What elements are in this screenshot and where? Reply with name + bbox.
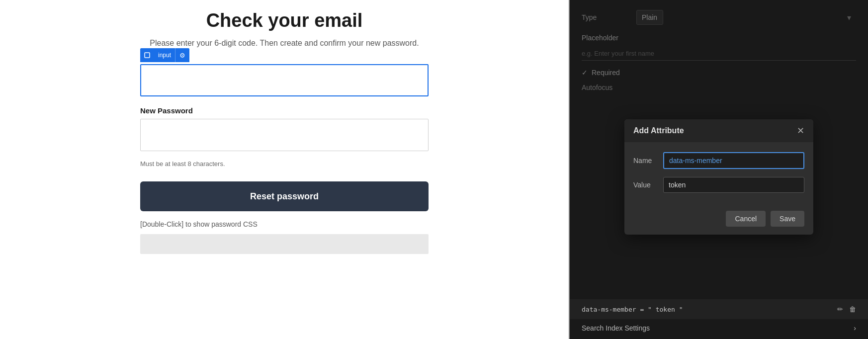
input-icon: [140, 48, 154, 62]
new-password-input[interactable]: [140, 119, 429, 151]
value-field-row: Value: [633, 177, 804, 193]
value-field-input[interactable]: [663, 177, 804, 193]
modal-overlay: Add Attribute ✕ Name Value Cancel Save: [570, 0, 868, 339]
settings-label: Search Index Settings: [582, 324, 650, 332]
modal-close-button[interactable]: ✕: [797, 126, 804, 135]
page-title: Check your email: [206, 10, 363, 31]
input-toolbar[interactable]: input ⚙: [140, 48, 189, 62]
attribute-row: data-ms-member = " token " ✏ 🗑: [570, 299, 868, 319]
code-input[interactable]: [140, 64, 429, 96]
settings-arrow-icon: ›: [854, 324, 856, 332]
code-input-wrapper: input ⚙: [140, 64, 429, 96]
modal-header: Add Attribute ✕: [624, 119, 813, 142]
modal-footer: Cancel Save: [624, 211, 813, 235]
modal-title: Add Attribute: [633, 126, 684, 135]
bottom-gray-bar: [140, 234, 429, 254]
modal-body: Name Value: [624, 142, 813, 211]
properties-panel: Type Plain Placeholder ✓ Required Autofo…: [570, 0, 868, 339]
delete-attribute-button[interactable]: 🗑: [849, 305, 856, 313]
edit-attribute-button[interactable]: ✏: [837, 305, 843, 313]
name-field-label: Name: [633, 157, 663, 165]
attribute-actions: ✏ 🗑: [837, 305, 856, 313]
svg-rect-0: [145, 53, 150, 58]
cancel-button[interactable]: Cancel: [726, 211, 766, 227]
new-password-block: New Password: [140, 106, 429, 151]
input-label: input: [154, 48, 175, 62]
hint-block: Must be at least 8 characters.: [140, 157, 429, 175]
password-hint: Must be at least 8 characters.: [140, 160, 429, 168]
page-subtitle: Please enter your 6-digit code. Then cre…: [150, 37, 419, 49]
form-preview-panel: Check your email Please enter your 6-dig…: [0, 0, 569, 339]
double-click-hint: [Double-Click] to show password CSS: [140, 220, 429, 228]
save-button[interactable]: Save: [771, 211, 804, 227]
gear-icon[interactable]: ⚙: [175, 48, 189, 62]
value-field-label: Value: [633, 181, 663, 189]
new-password-label: New Password: [140, 106, 429, 115]
name-field-row: Name: [633, 152, 804, 169]
name-field-input[interactable]: [663, 152, 804, 169]
reset-password-button[interactable]: Reset password: [140, 181, 429, 211]
add-attribute-modal: Add Attribute ✕ Name Value Cancel Save: [624, 119, 813, 235]
attribute-display-text: data-ms-member = " token ": [582, 306, 683, 313]
